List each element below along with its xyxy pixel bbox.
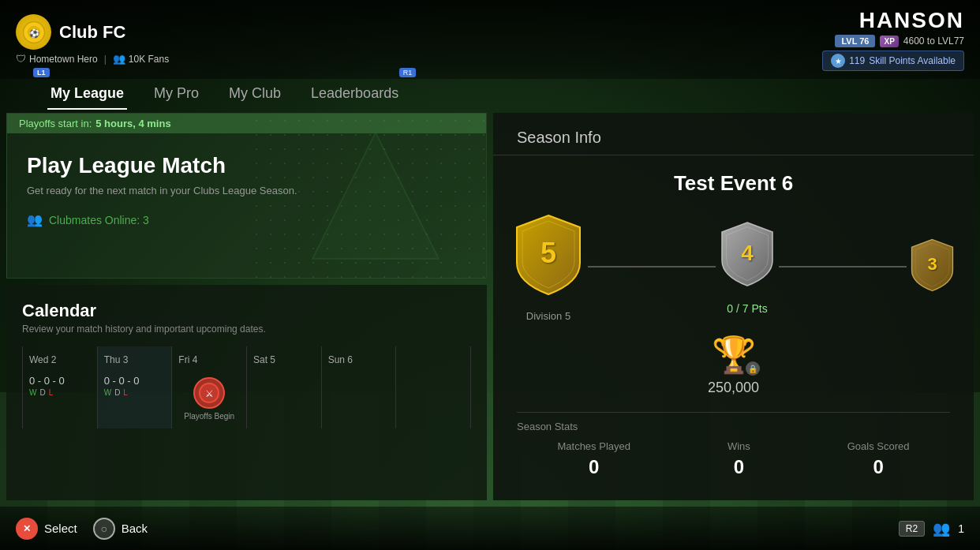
left-panel: Playoffs start in: 5 hours, 4 mins Play … (0, 107, 493, 507)
playoffs-banner: Playoffs start in: 5 hours, 4 mins (7, 114, 486, 133)
main-content: Playoffs start in: 5 hours, 4 mins Play … (0, 107, 980, 507)
trophy-value: 250,000 (708, 380, 759, 396)
season-stats-divider (517, 412, 950, 413)
shield-4-main: 4 (716, 219, 779, 292)
badge-hero: 🛡 Hometown Hero (16, 53, 98, 65)
calendar-subtitle: Review your match history and important … (22, 324, 471, 335)
shield-5-number: 5 (540, 237, 556, 270)
day-header-sun: Sun 6 (328, 354, 390, 365)
badge-fans: 👥 10K Fans (113, 53, 169, 65)
svg-text:⚔: ⚔ (205, 388, 214, 399)
select-button[interactable]: ✕ Select (16, 518, 77, 540)
calendar-grid: Wed 2 0 - 0 - 0 W D L Thu 3 0 - 0 - 0 W (22, 346, 471, 428)
play-match-section: Playoffs start in: 5 hours, 4 mins Play … (6, 113, 487, 279)
shield-4: 4 0 / 7 Pts (716, 219, 779, 315)
bottom-right: R2 👥 1 (899, 520, 964, 537)
level-tag: LVL 76 (835, 35, 875, 47)
shield-3-main: 3 (907, 237, 958, 297)
shield-icon: 🛡 (16, 53, 26, 65)
x-button-icon: ✕ (16, 518, 38, 540)
calendar-day-sat5: Sat 5 (247, 346, 322, 428)
season-stats-label: Season Stats (493, 421, 974, 432)
connector-1 (588, 266, 716, 268)
playoffs-begin-text: Playoffs Begin (184, 412, 234, 421)
day-header-sat: Sat 5 (253, 354, 315, 365)
tab-leaderboards[interactable]: Leaderboards R1 (308, 79, 402, 108)
shield-4-number: 4 (741, 240, 754, 265)
club-name: Club FC (59, 22, 125, 43)
lock-icon: 🔒 (746, 361, 760, 376)
skill-points-count: 119 (849, 55, 865, 66)
level-bar: LVL 76 XP 4600 to LVL77 (835, 35, 964, 47)
nav-tabs: L1 My League My Pro My Club Leaderboards… (47, 79, 402, 108)
club-emblem: ⚽ (16, 14, 51, 50)
division-label: Division 5 (526, 310, 570, 322)
skill-points-bar: ★ 119 Skill Points Available (822, 51, 964, 71)
trophy-section: 🏆 🔒 250,000 (493, 334, 974, 396)
day-header-fri: Fri 4 (178, 354, 240, 365)
season-info-panel: Season Info Test Event 6 (493, 113, 974, 500)
club-name-row: ⚽ Club FC (16, 14, 169, 50)
l1-tag: L1 (33, 68, 50, 77)
event-name: Test Event 6 (493, 171, 974, 196)
day-score-thu: 0 - 0 - 0 (104, 375, 166, 387)
shields-row: 5 Division 5 (493, 211, 974, 322)
shield-5: 5 Division 5 (509, 211, 588, 322)
calendar-day-thu3: Thu 3 0 - 0 - 0 W D L (98, 346, 173, 428)
playoffs-timer: 5 hours, 4 mins (95, 118, 170, 129)
calendar-day-sun6: Sun 6 (322, 346, 397, 428)
skill-icon: ★ (831, 54, 845, 68)
clubmates-label: Clubmates Online: 3 (49, 214, 149, 226)
clubmates-row: 👥 Clubmates Online: 3 (27, 212, 466, 227)
calendar-section: Calendar Review your match history and i… (6, 285, 487, 500)
skill-points-label: Skill Points Available (869, 55, 956, 66)
content-overlay: ⚽ Club FC 🛡 Hometown Hero | 👥 10K Fans H… (0, 0, 980, 550)
season-info-title: Season Info (493, 113, 974, 155)
calendar-day-wed2: Wed 2 0 - 0 - 0 W D L (23, 346, 98, 428)
calendar-day-fri4: Fri 4 ⚔ Playoffs Begin (172, 346, 247, 428)
back-label: Back (122, 522, 148, 535)
tab-my-pro[interactable]: My Pro (151, 79, 202, 108)
stat-matches-played: Matches Played 0 (557, 440, 630, 478)
playoffs-begin-day: ⚔ Playoffs Begin (178, 365, 240, 421)
calendar-day-extra (396, 346, 471, 428)
connector-2 (779, 266, 907, 268)
stats-row: Matches Played 0 Wins 0 Goals Scored 0 (493, 440, 974, 478)
header: ⚽ Club FC 🛡 Hometown Hero | 👥 10K Fans H… (0, 0, 980, 79)
day-header-wed: Wed 2 (29, 354, 91, 365)
playoffs-badge: ⚔ (193, 377, 225, 409)
calendar-title: Calendar (22, 301, 471, 321)
club-badges: 🛡 Hometown Hero | 👥 10K Fans (16, 53, 169, 65)
tab-my-club[interactable]: My Club (226, 79, 284, 108)
day-header-thu: Thu 3 (104, 354, 166, 365)
shield-3: 3 (907, 237, 958, 297)
trophy-container: 🏆 🔒 (712, 334, 756, 376)
bottom-left: ✕ Select ○ Back (16, 518, 148, 540)
day-wdl-thu: W D L (104, 388, 166, 397)
club-info: ⚽ Club FC 🛡 Hometown Hero | 👥 10K Fans (16, 14, 169, 65)
pts-row: 0 / 7 Pts (727, 302, 767, 315)
select-label: Select (44, 522, 77, 535)
xp-icon: XP (880, 36, 898, 47)
tab-my-league[interactable]: L1 My League (47, 79, 127, 108)
xp-text: 4600 to LVL77 (903, 36, 964, 47)
player-info: HANSON LVL 76 XP 4600 to LVL77 ★ 119 Ski… (822, 8, 964, 71)
o-button-icon: ○ (93, 518, 115, 540)
r1-tag: R1 (399, 68, 417, 77)
stat-goals-scored: Goals Scored 0 (847, 440, 910, 478)
day-score-wed: 0 - 0 - 0 (29, 375, 91, 387)
fans-icon: 👥 (113, 53, 125, 65)
play-subtitle: Get ready for the next match in your Clu… (27, 185, 466, 196)
clubmates-icon: 👥 (27, 212, 43, 227)
player-count: 1 (958, 522, 964, 535)
day-wdl-wed: W D L (29, 388, 91, 397)
player-name: HANSON (859, 8, 964, 33)
stat-wins: Wins 0 (728, 440, 750, 478)
shield-5-main: 5 (509, 211, 588, 301)
bottom-bar: ✕ Select ○ Back R2 👥 1 (0, 507, 980, 550)
shield-3-number: 3 (927, 254, 937, 275)
people-icon: 👥 (933, 520, 950, 537)
back-button[interactable]: ○ Back (93, 518, 148, 540)
svg-text:⚽: ⚽ (28, 28, 39, 38)
r2-badge: R2 (899, 521, 925, 537)
